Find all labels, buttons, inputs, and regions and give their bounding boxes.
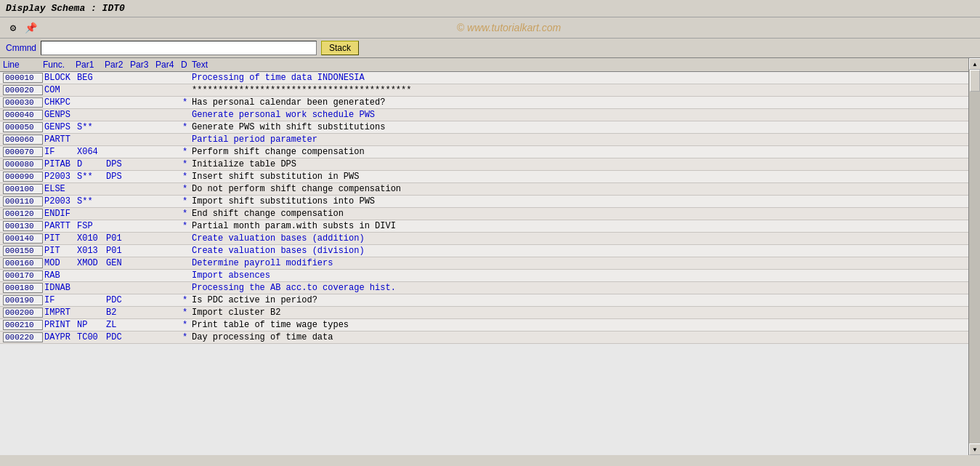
cell-par1: FSP <box>76 221 105 231</box>
cell-par2: GEN <box>105 258 130 268</box>
cell-par2: P01 <box>105 246 130 256</box>
table-row: 000060PARTTPartial period parameter <box>0 134 968 146</box>
cell-text[interactable]: Processing the AB acc.to coverage hist. <box>192 283 396 293</box>
cell-func: PARTT <box>43 221 76 231</box>
cell-text: Import shift substitutions into PWS <box>192 196 375 206</box>
cell-func: IF <box>43 295 76 305</box>
cell-par2: PDC <box>105 295 130 305</box>
cell-line: 000090 <box>3 172 43 182</box>
table-row: 000100ELSE*Do not perform shift change c… <box>0 183 968 196</box>
cell-line: 000080 <box>3 159 43 169</box>
cell-func: CHKPC <box>43 97 76 108</box>
scroll-track <box>969 70 980 443</box>
cell-func: DAYPR <box>43 332 76 342</box>
cell-line: 000140 <box>3 233 43 244</box>
cell-line: 000010 <box>3 73 43 83</box>
cell-line: 000200 <box>3 308 43 318</box>
main-content: Line Func. Par1 Par2 Par3 Par4 D Text 00… <box>0 58 980 455</box>
cell-line: 000210 <box>3 320 43 330</box>
cell-text[interactable]: Import absences <box>192 270 270 281</box>
stack-button[interactable]: Stack <box>321 41 359 55</box>
cell-par1: X010 <box>76 233 105 244</box>
cell-text: Has personal calendar been generated? <box>192 97 385 108</box>
table-row: 000030CHKPC*Has personal calendar been g… <box>0 97 968 109</box>
cell-func: BLOCK <box>43 73 76 83</box>
title-bar: Display Schema : IDT0 <box>0 0 980 17</box>
cell-par2: DPS <box>105 159 130 169</box>
cell-d: * <box>181 320 192 330</box>
cell-par1: X064 <box>76 147 105 157</box>
cell-text[interactable]: Generate personal work schedule PWS <box>192 110 375 120</box>
table-row: 000080PITABDDPS*Initialize table DPS <box>0 158 968 171</box>
cell-line: 000220 <box>3 332 43 342</box>
table-row: 000190IFPDC*Is PDC active in period? <box>0 294 968 307</box>
toolbar-icons: ⚙ 📌 <box>6 20 38 35</box>
scrollbar[interactable]: ▲ ▼ <box>968 58 980 455</box>
command-label: Cmmnd <box>6 43 36 53</box>
cell-func: MOD <box>43 258 76 268</box>
scroll-thumb[interactable] <box>970 70 980 92</box>
toolbar: ⚙ 📌 © www.tutorialkart.com <box>0 17 980 39</box>
page-title: Display Schema : IDT0 <box>6 3 125 14</box>
table-row: 000180IDNABProcessing the AB acc.to cove… <box>0 282 968 294</box>
cell-func: PIT <box>43 246 76 256</box>
cell-d: * <box>181 184 192 194</box>
table-row: 000110P2003S***Import shift substitution… <box>0 196 968 208</box>
cell-line: 000100 <box>3 184 43 194</box>
cell-line: 000020 <box>3 85 43 95</box>
cell-d: * <box>181 172 192 182</box>
cell-func: P2003 <box>43 196 76 206</box>
cell-text[interactable]: Create valuation bases (division) <box>192 246 365 256</box>
header-text: Text <box>192 60 208 70</box>
cell-line: 000130 <box>3 221 43 231</box>
cell-text: Insert shift substitution in PWS <box>192 172 359 182</box>
cell-d: * <box>181 147 192 157</box>
cell-func: PITAB <box>43 159 76 169</box>
cell-line: 000190 <box>3 295 43 305</box>
cell-text[interactable]: Partial period parameter <box>192 134 317 145</box>
cell-text[interactable]: Processing of time data INDONESIA <box>192 73 365 83</box>
cell-line: 000040 <box>3 110 43 120</box>
cell-func: PRINT <box>43 320 76 330</box>
cell-func: P2003 <box>43 172 76 182</box>
scroll-up-arrow[interactable]: ▲ <box>969 58 980 70</box>
cell-par1: BEG <box>76 73 105 83</box>
cell-text: Do not perform shift change compensation <box>192 184 401 194</box>
table-row: 000220DAYPRTC00PDC*Day processing of tim… <box>0 332 968 344</box>
cell-text: ****************************************… <box>192 85 411 95</box>
cell-func: GENPS <box>43 110 76 120</box>
cell-text[interactable]: Create valuation bases (addition) <box>192 233 365 244</box>
cell-text: Is PDC active in period? <box>192 295 317 305</box>
pin-icon[interactable]: 📌 <box>23 20 38 35</box>
cell-text: Generate PWS with shift substitutions <box>192 122 385 132</box>
table-row: 000130PARTTFSP*Partial month param.with … <box>0 220 968 233</box>
header-par2: Par2 <box>105 60 130 70</box>
table-row: 000070IFX064*Perform shift change compen… <box>0 146 968 158</box>
settings-icon[interactable]: ⚙ <box>6 20 20 35</box>
header-line: Line <box>3 60 43 70</box>
cell-text: End shift change compensation <box>192 209 344 219</box>
table-row: 000160MODXMODGENDetermine payroll modifi… <box>0 257 968 270</box>
cell-text: Print table of time wage types <box>192 320 349 330</box>
command-input[interactable] <box>41 41 317 55</box>
cell-text: Perform shift change compensation <box>192 147 365 157</box>
cell-func: PARTT <box>43 134 76 145</box>
cell-par2: ZL <box>105 320 130 330</box>
cell-func: IMPRT <box>43 308 76 318</box>
table-row: 000140PITX010P01Create valuation bases (… <box>0 233 968 245</box>
cell-func: ELSE <box>43 184 76 194</box>
cell-d: * <box>181 159 192 169</box>
cell-line: 000030 <box>3 97 43 108</box>
cell-par1: S** <box>76 196 105 206</box>
cell-par1: XMOD <box>76 258 105 268</box>
table-body: 000010BLOCKBEGProcessing of time data IN… <box>0 72 980 451</box>
scroll-down-arrow[interactable]: ▼ <box>969 443 980 455</box>
cell-par2: B2 <box>105 308 130 318</box>
cell-text[interactable]: Determine payroll modifiers <box>192 258 333 268</box>
table-row: 000170RABImport absences <box>0 270 968 282</box>
cell-line: 000120 <box>3 209 43 219</box>
header-par1: Par1 <box>76 60 105 70</box>
cell-line: 000170 <box>3 270 43 281</box>
table-row: 000210PRINTNPZL*Print table of time wage… <box>0 319 968 332</box>
cell-text: Import cluster B2 <box>192 308 280 318</box>
